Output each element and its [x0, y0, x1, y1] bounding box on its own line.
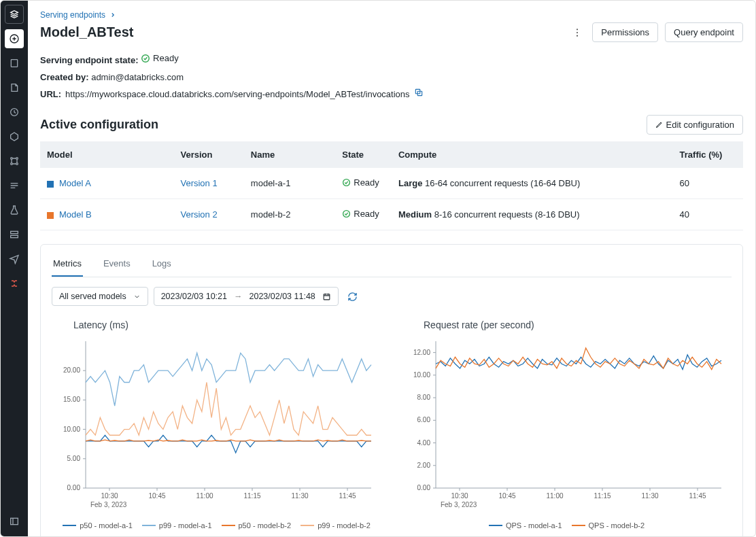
- serving-icon[interactable]: [5, 274, 24, 293]
- more-menu-icon[interactable]: [569, 24, 585, 41]
- legend-item: p50 - model-b-2: [222, 521, 292, 530]
- logo-icon[interactable]: [5, 5, 24, 24]
- chevron-down-icon: [133, 293, 141, 300]
- svg-text:10.00: 10.00: [63, 426, 80, 433]
- tab-logs[interactable]: Logs: [151, 252, 173, 277]
- page-title: Model_ABTest: [40, 24, 133, 40]
- version-link[interactable]: Version 1: [180, 178, 217, 188]
- svg-text:5.00: 5.00: [67, 455, 81, 462]
- url-value: https://myworkspace.cloud.databricks.com…: [65, 86, 410, 103]
- version-link[interactable]: Version 2: [180, 209, 217, 220]
- svg-point-5: [11, 163, 13, 165]
- query-endpoint-button[interactable]: Query endpoint: [665, 22, 743, 42]
- arrow-right-icon: →: [234, 292, 243, 301]
- state-label: Serving endpoint state:: [40, 55, 138, 65]
- permissions-button[interactable]: Permissions: [592, 22, 658, 42]
- svg-text:11:45: 11:45: [689, 492, 706, 500]
- new-icon[interactable]: [5, 29, 24, 48]
- svg-text:8.00: 8.00: [417, 394, 431, 401]
- svg-text:10:45: 10:45: [148, 492, 165, 500]
- model-link[interactable]: Model A: [59, 178, 91, 188]
- legend-item: p99 - model-a-1: [142, 521, 212, 530]
- svg-point-11: [577, 31, 578, 33]
- metrics-panel: Metrics Events Logs All served models 20…: [40, 244, 743, 536]
- svg-point-4: [16, 158, 18, 160]
- col-version: Version: [173, 141, 243, 168]
- breadcrumb: Serving endpoints: [40, 10, 743, 20]
- config-table: Model Version Name State Compute Traffic…: [40, 141, 743, 230]
- svg-text:20.00: 20.00: [63, 367, 80, 375]
- col-state: State: [335, 141, 392, 168]
- calendar-icon: [322, 292, 331, 301]
- svg-point-6: [16, 163, 18, 165]
- svg-text:11:30: 11:30: [291, 492, 308, 500]
- svg-text:4.00: 4.00: [417, 439, 431, 447]
- model-link[interactable]: Model B: [59, 209, 92, 220]
- svg-text:10:30: 10:30: [101, 492, 118, 500]
- svg-text:11:45: 11:45: [339, 492, 356, 500]
- col-name: Name: [244, 141, 335, 168]
- svg-rect-9: [11, 518, 18, 524]
- latency-chart: 0.005.0010.0015.0020.0010:3010:4511:0011…: [52, 337, 378, 514]
- config-title: Active configuration: [40, 118, 158, 132]
- svg-text:Feb 3, 2023: Feb 3, 2023: [441, 501, 477, 508]
- edit-config-button[interactable]: Edit configuration: [647, 115, 743, 135]
- chart-title-latency: Latency (ms): [73, 319, 381, 330]
- svg-text:15.00: 15.00: [63, 396, 80, 404]
- experiments-icon[interactable]: [5, 201, 24, 220]
- url-label: URL:: [40, 86, 61, 103]
- tab-metrics[interactable]: Metrics: [52, 252, 83, 277]
- latency-legend: p50 - model-a-1p99 - model-a-1p50 - mode…: [52, 521, 381, 530]
- svg-text:11:00: 11:00: [196, 492, 213, 500]
- date-range-picker[interactable]: 2023/02/03 10:21 → 2023/02/03 11:48: [154, 287, 339, 306]
- sidebar: [1, 1, 28, 536]
- svg-text:11:30: 11:30: [641, 492, 658, 500]
- svg-text:10.00: 10.00: [413, 371, 430, 379]
- data-icon[interactable]: [5, 127, 24, 146]
- col-traffic: Traffic (%): [673, 141, 743, 168]
- svg-text:11:15: 11:15: [243, 492, 260, 500]
- col-compute: Compute: [392, 141, 673, 168]
- svg-rect-1: [11, 60, 17, 67]
- svg-text:Feb 3, 2023: Feb 3, 2023: [90, 501, 127, 508]
- svg-text:0.00: 0.00: [67, 484, 81, 491]
- legend-item: p50 - model-a-1: [63, 521, 133, 530]
- svg-text:12.00: 12.00: [413, 349, 430, 356]
- chart-title-qps: Request rate (per second): [424, 319, 732, 330]
- pencil-icon: [655, 120, 664, 128]
- svg-point-10: [577, 29, 578, 30]
- state-value: Ready: [153, 50, 179, 67]
- svg-point-3: [11, 158, 13, 160]
- svg-text:11:00: 11:00: [546, 492, 563, 500]
- svg-text:2.00: 2.00: [417, 462, 431, 469]
- table-row: Model BVersion 2model-b-2 ReadyMedium 8-…: [40, 199, 743, 230]
- jobs-icon[interactable]: [5, 176, 24, 195]
- breadcrumb-parent[interactable]: Serving endpoints: [40, 10, 105, 20]
- state-badge: Ready: [141, 50, 179, 67]
- qps-legend: QPS - model-a-1QPS - model-b-2: [402, 521, 732, 530]
- copy-icon[interactable]: [414, 86, 424, 103]
- recents-icon[interactable]: [5, 103, 24, 122]
- svg-text:0.00: 0.00: [417, 484, 431, 491]
- svg-rect-8: [11, 235, 18, 237]
- clusters-icon[interactable]: [5, 152, 24, 171]
- svg-text:10:30: 10:30: [451, 492, 468, 500]
- models-select[interactable]: All served models: [52, 287, 148, 306]
- svg-text:11:15: 11:15: [594, 492, 611, 500]
- repos-icon[interactable]: [5, 78, 24, 97]
- chevron-right-icon: [109, 12, 116, 18]
- svg-rect-18: [324, 294, 330, 300]
- workspace-icon[interactable]: [5, 54, 24, 73]
- legend-item: QPS - model-b-2: [572, 521, 645, 530]
- models-icon[interactable]: [5, 249, 24, 268]
- legend-item: QPS - model-a-1: [489, 521, 562, 530]
- feature-store-icon[interactable]: [5, 225, 24, 244]
- tab-events[interactable]: Events: [102, 252, 132, 277]
- svg-rect-7: [11, 231, 18, 233]
- refresh-icon[interactable]: [344, 288, 362, 305]
- svg-point-12: [577, 35, 578, 36]
- menu-collapse-icon[interactable]: [5, 512, 24, 531]
- table-row: Model AVersion 1model-a-1 ReadyLarge 16-…: [40, 168, 743, 199]
- qps-chart: 0.002.004.006.008.0010.0012.0010:3010:45…: [402, 337, 728, 514]
- created-value: admin@databricks.com: [91, 72, 184, 82]
